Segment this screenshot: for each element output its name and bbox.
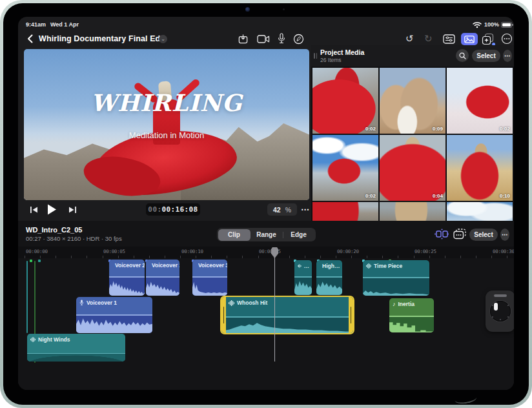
video-title-overlay: WHIRLING (24, 89, 309, 116)
playhead-line[interactable] (274, 257, 276, 362)
clip-settings-icon[interactable] (443, 34, 455, 44)
clip-name: Whoosh Hit (237, 300, 267, 306)
thumbnail-duration: 0:02 (500, 126, 510, 132)
timeline-clip-voiceover1[interactable]: Voiceover 1 (76, 297, 152, 333)
viewer-zoom-control[interactable]: 42% (267, 203, 297, 216)
panel-resize-grabber[interactable] (314, 53, 317, 59)
sensor-dot (283, 8, 285, 10)
front-camera (245, 7, 250, 12)
timeline-clip-voiceover2a[interactable]: Voiceover 2 (109, 260, 145, 296)
search-icon (459, 52, 466, 59)
zoom-unit: % (285, 206, 291, 214)
timeline-select-button[interactable]: Select (469, 229, 498, 241)
timeline-clip-voiceover3[interactable]: Voiceover 3 (192, 260, 227, 296)
zoom-value: 42 (273, 206, 281, 214)
play-icon[interactable] (46, 203, 57, 216)
more-options-icon[interactable] (501, 33, 513, 45)
media-more-button[interactable]: ⋯ (503, 50, 512, 62)
status-time: 9:41am (26, 21, 46, 28)
timeline-more-button[interactable]: ⋯ (500, 229, 509, 241)
redo-icon[interactable]: ↻ (424, 33, 433, 45)
mode-range[interactable]: Range (251, 229, 283, 241)
timeline-clip-voiceover2b[interactable]: Voiceover 2 (146, 260, 179, 296)
audio-wave-icon (30, 337, 36, 342)
clip-name: Inertia (398, 301, 415, 307)
thumbnail-duration: 0:10 (500, 193, 510, 199)
import-icon[interactable] (238, 34, 249, 45)
music-note-icon: ♪ (393, 301, 396, 307)
clip-name: Time Piece (374, 263, 402, 269)
photo-icon (464, 36, 475, 43)
media-thumbnail[interactable]: 0:10 (447, 135, 513, 201)
clip-name: Voiceover 2 (152, 262, 179, 269)
media-thumbnail[interactable]: 0:02 (447, 68, 513, 134)
jog-pointer (494, 303, 498, 311)
timeline-clip-high[interactable]: High… (316, 260, 342, 295)
jog-handle[interactable] (494, 294, 507, 297)
viewer-more-icon[interactable]: ⋯ (301, 205, 310, 214)
timeline-clip-meta: 00:27 · 3840 × 2160 · HDR · 30 fps (26, 235, 122, 242)
timeline-clip-time-piece[interactable]: Time Piece (363, 260, 429, 296)
previous-frame-icon[interactable] (30, 205, 38, 214)
clip-name: High… (322, 263, 340, 269)
ruler-label: 00:00:10 (181, 249, 203, 254)
project-title[interactable]: Whirling Documentary Final Edit (39, 34, 165, 43)
ruler-ticks (25, 256, 513, 258)
timeline-clip-sfx-short[interactable]: … (294, 260, 312, 295)
timecode-hours: 00: (148, 205, 161, 214)
timeline-clip-inertia[interactable]: ♪Inertia (389, 298, 434, 332)
media-browser-button[interactable] (461, 33, 478, 45)
battery-icon (501, 22, 512, 28)
camera-icon[interactable] (257, 34, 270, 44)
timeline-panel: WD_Intro_C2_05 00:27 · 3840 × 2160 · HDR… (18, 221, 514, 390)
media-thumbnail[interactable]: 0:02 (312, 68, 378, 134)
next-frame-icon[interactable] (68, 205, 77, 214)
undo-icon[interactable]: ↺ (405, 33, 414, 45)
clip-name: Voiceover 1 (87, 300, 117, 306)
timecode-display[interactable]: 00:00:16:08 (146, 203, 200, 216)
media-thumbnail[interactable] (312, 202, 378, 221)
wifi-icon (473, 21, 482, 28)
edit-mode-segmented-control: Clip Range Edge (217, 228, 316, 241)
media-thumbnail[interactable] (380, 202, 445, 221)
marker-dot (30, 260, 32, 262)
media-thumbnail[interactable]: 0:09 (380, 68, 445, 134)
audio-wave-icon (366, 263, 371, 269)
effects-button[interactable] (482, 33, 495, 45)
clip-overlap-icon[interactable] (453, 229, 466, 240)
media-panel-count: 26 Items (320, 57, 342, 63)
app-screen: 9:41am Wed 1 Apr 100% Whirling Documenta… (18, 17, 514, 390)
timeline-clip-whoosh-hit-selected[interactable]: Whoosh Hit (221, 297, 353, 333)
media-search-button[interactable] (456, 49, 469, 62)
clip-name: Voiceover 2 (115, 262, 145, 269)
video-subtitle-overlay: Meditation in Motion (24, 130, 309, 140)
mode-clip[interactable]: Clip (218, 229, 251, 241)
clip-name: Voiceover 3 (198, 262, 227, 269)
audio-wave-icon (229, 300, 234, 306)
ruler-label: 00:00:05 (103, 249, 125, 254)
microphone-icon[interactable] (277, 33, 286, 45)
project-title-chevron-icon[interactable]: ⌄ (159, 35, 167, 43)
thumbnail-duration: 0:04 (433, 193, 443, 199)
video-viewer[interactable]: WHIRLING Meditation in Motion (24, 49, 309, 200)
media-thumbnail[interactable]: 0:02 (312, 135, 378, 201)
media-thumbnail[interactable]: 0:04 (380, 135, 445, 201)
audio-wave-icon (298, 263, 302, 269)
pencil-icon[interactable] (293, 34, 304, 45)
timeline-clip-title: WD_Intro_C2_05 (26, 226, 82, 234)
trim-handle-right[interactable] (349, 297, 353, 333)
mode-edge[interactable]: Edge (283, 229, 315, 241)
trim-handle-left[interactable] (221, 297, 226, 333)
media-select-button[interactable]: Select (472, 50, 500, 62)
media-panel-title: Project Media (320, 48, 364, 56)
timeline-clip-night-winds[interactable]: Night Winds (27, 334, 125, 362)
ipad-device: 9:41am Wed 1 Apr 100% Whirling Documenta… (0, 0, 532, 408)
media-thumbnail[interactable] (447, 202, 513, 221)
ruler-label: 00:00:25 (414, 249, 436, 254)
clip-name: Night Winds (38, 336, 70, 343)
ruler-label: 00:00:30 (493, 249, 514, 254)
back-icon[interactable] (26, 34, 34, 44)
jog-wheel[interactable] (486, 291, 514, 332)
magnetic-timeline-icon[interactable] (435, 229, 449, 240)
marker-dot (38, 260, 41, 262)
